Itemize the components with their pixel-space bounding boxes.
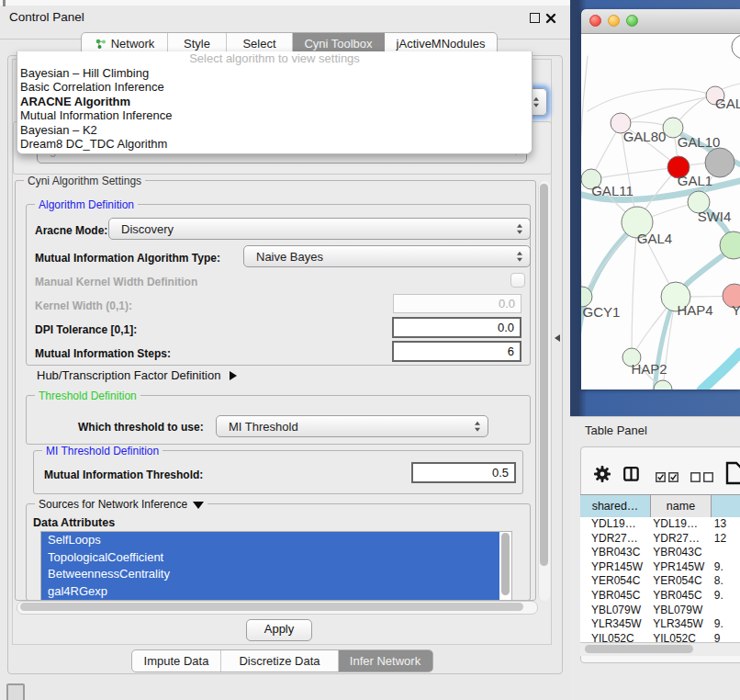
table-header: shared…name	[580, 494, 740, 518]
table-row[interactable]: YBR045CYBR045C9.	[580, 589, 740, 604]
table-cell: YPR145W	[647, 560, 705, 575]
network-node-label: GAL	[715, 96, 740, 111]
network-node-label: GAL4	[637, 231, 672, 246]
divider-arrow-icon[interactable]	[555, 334, 560, 342]
table-body: YDL19…YDL19…13YDR27…YDR27…12YBR043CYBR04…	[580, 517, 740, 642]
column-header[interactable]: name	[651, 495, 712, 517]
algorithm-option[interactable]: Bayesian – Hill Climbing	[17, 66, 532, 80]
attribute-item[interactable]: TopologicalCoefficient	[41, 549, 499, 567]
attribute-item[interactable]: BetweennessCentrality	[41, 566, 499, 583]
tab-label: Cyni Toolbox	[304, 37, 372, 51]
unchecked-columns-icon[interactable]	[690, 469, 714, 486]
which-threshold-combo[interactable]: MI Threshold	[216, 415, 488, 437]
tab-label: Select	[242, 37, 275, 51]
table-cell: YBL079W	[580, 604, 647, 618]
close-traffic-light-icon[interactable]	[589, 15, 601, 27]
kernel-width-field[interactable]: 0.0	[393, 294, 521, 313]
apply-button[interactable]: Apply	[246, 619, 312, 641]
zoom-traffic-light-icon[interactable]	[626, 15, 638, 27]
manual-kernel-checkbox[interactable]	[510, 273, 525, 288]
network-edge[interactable]	[588, 89, 715, 111]
expand-arrow-icon	[230, 371, 237, 380]
network-node-label: Y	[732, 302, 740, 318]
cyni-settings-title: Cyni Algorithm Settings	[24, 175, 145, 187]
table-cell: YER054C	[647, 574, 705, 589]
network-node-label: GAL10	[678, 134, 721, 150]
attribute-item[interactable]: gal4RGexp	[41, 583, 499, 601]
mi-steps-field[interactable]: 6	[392, 341, 521, 362]
data-attributes-label: Data Attributes	[33, 516, 115, 529]
algorithm-option[interactable]: Basic Correlation Inference	[17, 80, 532, 94]
network-canvas[interactable]: GALGAL80GAL10GAL1GAL11SWI4GAL4GCY1HAP4YH…	[581, 34, 740, 390]
table-cell: 13	[705, 517, 740, 532]
network-window-titlebar[interactable]	[581, 9, 740, 34]
document-icon[interactable]	[725, 461, 740, 489]
aracne-mode-combo[interactable]: Discovery	[108, 218, 531, 240]
table-cell: 9	[705, 632, 740, 642]
dpi-tolerance-field[interactable]: 0.0	[392, 317, 521, 338]
settings-horizontal-scrollbar[interactable]	[17, 601, 538, 615]
minimize-traffic-light-icon[interactable]	[608, 15, 620, 27]
column-header[interactable]	[712, 495, 740, 517]
table-cell: YLR345W	[580, 617, 647, 632]
which-threshold-label: Which threshold to use:	[78, 421, 204, 434]
algorithm-option[interactable]: Mutual Information Inference	[17, 108, 532, 122]
network-node[interactable]	[732, 35, 740, 59]
algorithm-option[interactable]: Bayesian – K2	[17, 123, 532, 137]
stepper-icon	[533, 97, 539, 107]
table-row[interactable]: YPR145WYPR145W9.	[580, 560, 740, 575]
panel-title: Control Panel	[9, 10, 84, 24]
attribute-list-scrollbar[interactable]	[501, 533, 510, 595]
minimized-panel-icon[interactable]	[6, 683, 25, 700]
close-icon[interactable]	[545, 11, 556, 28]
hub-definition-toggle[interactable]: Hub/Transcription Factor Definition	[37, 368, 237, 382]
algorithm-option[interactable]: Dream8 DC_TDC Algorithm	[17, 137, 532, 151]
checked-columns-icon[interactable]	[656, 469, 679, 486]
column-header[interactable]: shared…	[580, 495, 651, 517]
hub-definition-label: Hub/Transcription Factor Definition	[37, 368, 220, 382]
table-cell: YDL19…	[580, 517, 647, 532]
table-row[interactable]: YBL079WYBL079W	[580, 604, 740, 618]
mi-threshold-label: Mutual Information Threshold:	[44, 469, 203, 481]
attribute-item[interactable]: SelfLoops	[41, 532, 499, 549]
table-cell: YBR045C	[647, 589, 705, 604]
mi-threshold-field[interactable]: 0.5	[411, 462, 516, 483]
settings-vertical-scrollbar[interactable]	[538, 181, 550, 601]
network-node-label: GAL80	[623, 129, 667, 144]
float-icon[interactable]	[530, 13, 540, 23]
sources-toggle[interactable]: Sources for Network Inference	[35, 498, 207, 511]
dpi-tolerance-label: DPI Tolerance [0,1]:	[35, 323, 137, 336]
tab-label: Style	[184, 37, 210, 51]
stepper-icon	[475, 422, 480, 432]
gear-icon[interactable]	[593, 465, 611, 487]
table-horizontal-scrollbar[interactable]	[580, 642, 740, 656]
table-row[interactable]: YDR27…YDR27…12	[580, 532, 740, 547]
kernel-width-label: Kernel Width (0,1):	[35, 299, 132, 312]
cyni-bottom-tabs: Impute DataDiscretize DataInfer Network	[131, 649, 433, 672]
stepper-icon	[517, 224, 522, 234]
columns-icon[interactable]	[623, 467, 639, 485]
table-row[interactable]: YLR345WYLR345W9.	[580, 617, 740, 632]
collapse-arrow-icon	[193, 502, 204, 509]
algorithm-dropdown-popup: Select algorithm to view settings Bayesi…	[17, 51, 533, 154]
bottom-tab-discretize-data[interactable]: Discretize Data	[221, 650, 339, 672]
table-cell: YBR045C	[580, 589, 647, 604]
table-cell: 8.	[705, 574, 740, 589]
network-edge[interactable]	[701, 353, 740, 390]
table-cell: YBR043C	[647, 546, 705, 560]
mi-algorithm-type-combo[interactable]: Naive Bayes	[243, 245, 531, 267]
table-row[interactable]: YBR043CYBR043C	[580, 546, 740, 560]
table-row[interactable]: YIL052CYIL052C9	[580, 632, 740, 642]
table-row[interactable]: YDL19…YDL19…13	[580, 517, 740, 532]
table-cell: 9.	[705, 617, 740, 632]
network-edge[interactable]	[591, 167, 678, 179]
table-row[interactable]: YER054CYER054C8.	[580, 574, 740, 589]
data-attributes-list[interactable]: SelfLoopsTopologicalCoefficientBetweenne…	[40, 531, 512, 601]
dropdown-prompt: Select algorithm to view settings	[17, 51, 532, 66]
table-cell: YIL052C	[647, 632, 705, 642]
algorithm-option[interactable]: ARACNE Algorithm	[17, 95, 532, 108]
network-node-label: SWI4	[698, 209, 732, 224]
bottom-tab-infer-network[interactable]: Infer Network	[339, 650, 432, 672]
manual-kernel-width-label: Manual Kernel Width Definition	[35, 276, 197, 288]
bottom-tab-impute-data[interactable]: Impute Data	[132, 650, 221, 672]
